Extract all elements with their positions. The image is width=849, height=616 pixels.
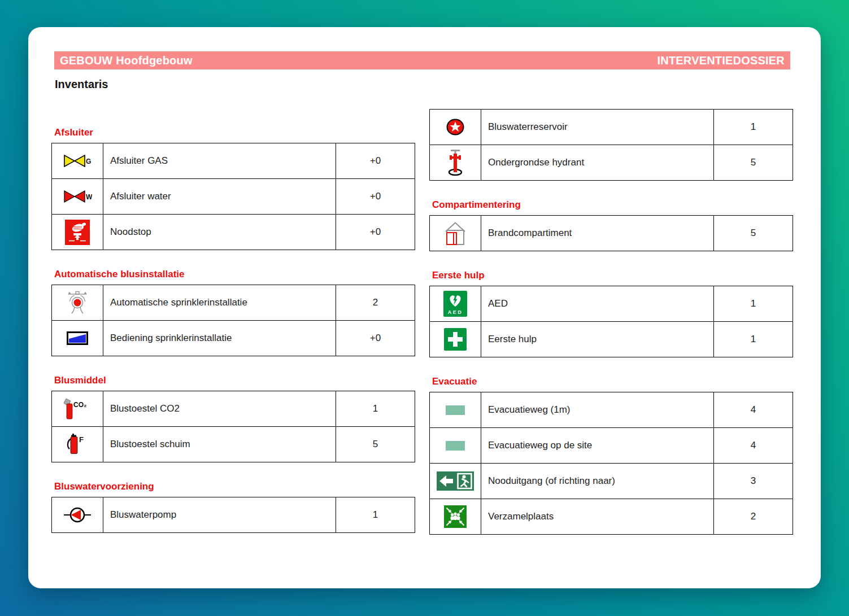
item-label: Afsluiter water — [103, 179, 336, 215]
item-label: Blustoestel schuim — [103, 427, 336, 462]
item-count: 1 — [714, 110, 793, 145]
item-icon-cell: CO₂ — [52, 391, 103, 427]
page-title: Inventaris — [55, 78, 793, 91]
valve-water-icon: W — [63, 189, 92, 204]
item-icon-cell: G — [52, 143, 103, 179]
table-row: Bluswaterreservoir 1 — [430, 110, 793, 145]
item-count: +0 — [336, 179, 415, 215]
inventory-table: Brandcompartiment 5 — [429, 215, 793, 251]
item-label: Evacuatieweg op de site — [481, 428, 714, 464]
hydrant-icon — [445, 148, 466, 177]
inventory-table: Bluswaterpomp 1 — [51, 497, 415, 533]
item-label: Evacuatieweg (1m) — [481, 392, 714, 428]
item-label: AED — [481, 286, 714, 322]
table-row: F Blustoestel schuim 5 — [52, 427, 415, 462]
item-icon-cell — [52, 321, 103, 356]
item-icon-cell — [52, 215, 103, 250]
sprinkler-control-icon — [67, 331, 88, 345]
item-count: 1 — [336, 497, 415, 533]
item-icon-cell — [430, 145, 481, 181]
table-row: Evacuatieweg (1m) 4 — [430, 392, 793, 428]
svg-text:W: W — [86, 193, 92, 201]
table-row: CO₂ Blustoestel CO2 1 — [52, 391, 415, 427]
item-icon-cell — [430, 392, 481, 428]
dossier-title: INTERVENTIEDOSSIER — [658, 54, 785, 67]
item-label: Bediening sprinklerinstallatie — [103, 321, 336, 356]
extinguisher-foam-icon: F — [64, 431, 90, 457]
svg-text:CO₂: CO₂ — [73, 401, 86, 409]
section-title: Eerste hulp — [432, 269, 793, 282]
item-icon-cell — [430, 322, 481, 357]
table-row: G Afsluiter GAS +0 — [52, 143, 415, 179]
inventory-column-left: Afsluiter G Afsluiter GAS +0 W Afsluiter… — [51, 109, 415, 551]
inventory-section: Evacuatie Evacuatieweg (1m) 4 Evacuatiew… — [429, 375, 793, 535]
item-icon-cell: W — [52, 179, 103, 215]
document-banner: GEBOUW Hoofdgebouw INTERVENTIEDOSSIER — [54, 51, 790, 69]
item-count: 2 — [714, 499, 793, 535]
section-title: Bluswatervoorziening — [54, 480, 415, 493]
item-icon-cell — [52, 497, 103, 533]
item-count: +0 — [336, 215, 415, 250]
item-label: Brandcompartiment — [481, 216, 714, 251]
item-label: Bluswaterreservoir — [481, 110, 714, 145]
table-row: AED AED 1 — [430, 286, 793, 322]
table-row: Bediening sprinklerinstallatie +0 — [52, 321, 415, 356]
item-icon-cell — [430, 464, 481, 499]
table-row: Bluswaterpomp 1 — [52, 497, 415, 533]
dossier-content: GEBOUW Hoofdgebouw INTERVENTIEDOSSIER In… — [28, 27, 821, 552]
first-aid-icon — [444, 328, 467, 351]
svg-text:AED: AED — [448, 309, 463, 315]
inventory-section: Eerste hulp AED AED 1 Eerste hulp 1 — [429, 269, 793, 357]
item-icon-cell — [430, 428, 481, 464]
building-name: GEBOUW Hoofdgebouw — [60, 54, 193, 67]
inventory-column-right: Bluswaterreservoir 1 Ondergrondse hydran… — [429, 109, 793, 552]
item-icon-cell: F — [52, 427, 103, 462]
item-label: Ondergrondse hydrant — [481, 145, 714, 181]
inventory-section: Afsluiter G Afsluiter GAS +0 W Afsluiter… — [51, 109, 415, 250]
reservoir-icon — [445, 116, 466, 138]
inventory-table: G Afsluiter GAS +0 W Afsluiter water +0 … — [51, 143, 415, 250]
item-label: Automatische sprinklerinstallatie — [103, 285, 336, 321]
table-row: Verzamelplaats 2 — [430, 499, 793, 535]
inventory-section: Bluswatervoorziening Bluswaterpomp 1 — [51, 480, 415, 533]
item-count: +0 — [336, 321, 415, 356]
section-title: Afsluiter — [54, 126, 415, 139]
inventory-grid: Afsluiter G Afsluiter GAS +0 W Afsluiter… — [51, 109, 793, 552]
inventory-section: Automatische blusinstallatie Automatisch… — [51, 268, 415, 356]
item-label: Blustoestel CO2 — [103, 391, 336, 427]
table-row: Eerste hulp 1 — [430, 322, 793, 357]
inventory-table: CO₂ Blustoestel CO2 1 F Blustoestel schu… — [51, 391, 415, 462]
section-title: Blusmiddel — [54, 374, 415, 387]
item-count: 5 — [714, 145, 793, 181]
item-label: Nooduitgang (of richting naar) — [481, 464, 714, 499]
item-count: 1 — [336, 391, 415, 427]
pump-icon — [63, 506, 92, 523]
item-icon-cell — [52, 285, 103, 321]
item-count: 5 — [336, 427, 415, 462]
inventory-section: Blusmiddel CO₂ Blustoestel CO2 1 F Blust… — [51, 374, 415, 462]
item-label: Verzamelplaats — [481, 499, 714, 535]
item-count: 4 — [714, 428, 793, 464]
section-title: Automatische blusinstallatie — [54, 268, 415, 281]
item-count: 1 — [714, 286, 793, 322]
item-icon-cell — [430, 110, 481, 145]
table-row: Ondergrondse hydrant 5 — [430, 145, 793, 181]
inventory-table: Automatische sprinklerinstallatie 2 Bedi… — [51, 285, 415, 356]
item-count: 4 — [714, 392, 793, 428]
section-title: Evacuatie — [432, 375, 793, 388]
evacuation-route-icon — [446, 405, 465, 415]
item-icon-cell — [430, 216, 481, 251]
inventory-table: Evacuatieweg (1m) 4 Evacuatieweg op de s… — [429, 392, 793, 535]
item-icon-cell: AED — [430, 286, 481, 322]
item-label: Bluswaterpomp — [103, 497, 336, 533]
table-row: Evacuatieweg op de site 4 — [430, 428, 793, 464]
valve-gas-icon: G — [63, 154, 92, 168]
item-label: Eerste hulp — [481, 322, 714, 357]
inventory-section: Bluswaterreservoir 1 Ondergrondse hydran… — [429, 109, 793, 181]
extinguisher-co2-icon: CO₂ — [61, 397, 94, 420]
inventory-table: Bluswaterreservoir 1 Ondergrondse hydran… — [429, 109, 793, 181]
table-row: Noodstop +0 — [52, 215, 415, 250]
aed-icon: AED — [443, 291, 467, 317]
dossier-card: GEBOUW Hoofdgebouw INTERVENTIEDOSSIER In… — [28, 27, 821, 588]
item-label: Afsluiter GAS — [103, 143, 336, 179]
